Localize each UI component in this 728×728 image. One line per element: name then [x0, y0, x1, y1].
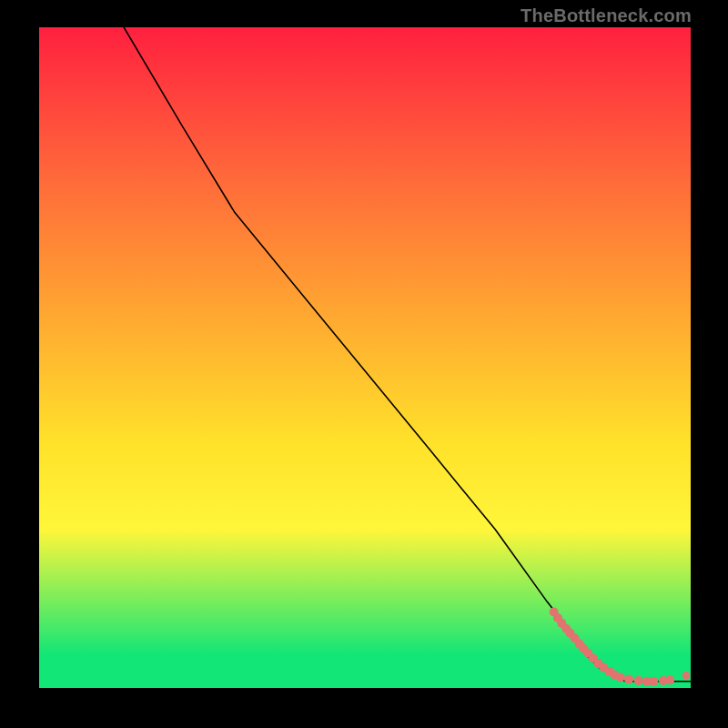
attribution-text: TheBottleneck.com [521, 5, 692, 26]
bottleneck-curve [124, 27, 691, 682]
data-point [616, 672, 625, 682]
data-point [665, 675, 674, 684]
data-point [634, 676, 643, 685]
chart-root: TheBottleneck.com [0, 0, 728, 728]
plot-area [39, 27, 691, 688]
chart-overlay [39, 27, 691, 688]
data-markers [550, 608, 691, 686]
data-point [624, 675, 633, 684]
data-point [682, 672, 690, 679]
data-point [649, 677, 658, 686]
